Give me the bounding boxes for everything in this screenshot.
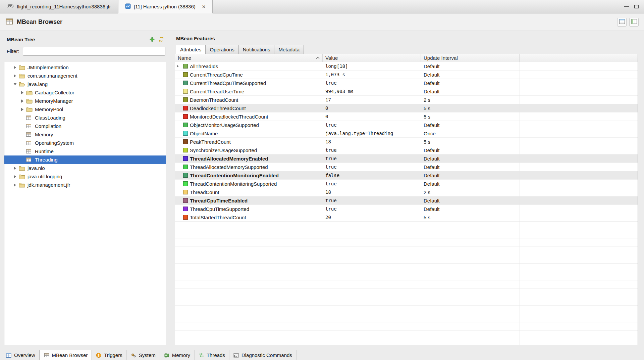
attribute-row-synchronizerusagesupported[interactable]: SynchronizerUsageSupportedtrueDefault (175, 146, 638, 154)
maximize-icon[interactable] (634, 5, 639, 8)
attribute-row-threadcontentionmonitoringsupported[interactable]: ThreadContentionMonitoringSupportedtrueD… (175, 180, 638, 188)
tree-item-java-nio[interactable]: java.nio (4, 164, 166, 172)
tree-item-operatingsystem[interactable]: OperatingSystem (4, 139, 166, 147)
attribute-update-interval: Default (421, 87, 520, 95)
attribute-name-cell: DeadlockedThreadCount (175, 104, 323, 112)
attribute-row-currentthreadusertime[interactable]: CurrentThreadUserTime994,903 msDefault (175, 87, 638, 96)
table-layout-icon (619, 19, 625, 25)
attribute-name-cell: ThreadCount (175, 188, 323, 196)
attribute-row-objectname[interactable]: ObjectNamejava.lang:type=ThreadingOnce (175, 129, 638, 138)
attribute-row-monitoreddeadlockedthreadcount[interactable]: MonitoredDeadlockedThreadCount05 s (175, 113, 638, 121)
chevron-collapsed-icon[interactable] (12, 166, 17, 171)
attribute-row-threadcputimeenabled[interactable]: ThreadCpuTimeEnabledtrueDefault (175, 196, 638, 205)
arrow-spacer (177, 215, 181, 220)
bottom-tab-label: Memory (172, 352, 190, 358)
close-tab-icon[interactable]: ✕ (202, 4, 206, 9)
column-header-update-interval[interactable]: Update Interval (421, 54, 520, 62)
attribute-name: ObjectMonitorUsageSupported (190, 122, 259, 128)
tab-operations[interactable]: Operations (205, 45, 238, 54)
attribute-update-interval: Default (421, 121, 520, 129)
chevron-expanded-icon[interactable] (12, 82, 17, 87)
system-icon (131, 353, 136, 358)
bottom-tab-triggers[interactable]: Triggers (92, 350, 126, 360)
bottom-tab-overview[interactable]: Overview (2, 350, 40, 360)
attribute-name-cell: ThreadContentionMonitoringEnabled (175, 171, 323, 179)
tree-item-memory[interactable]: Memory (4, 130, 166, 139)
arrow-spacer (177, 106, 181, 110)
attribute-row-currentthreadcputime[interactable]: CurrentThreadCpuTime1,073 sDefault (175, 71, 638, 79)
chevron-collapsed-icon[interactable] (20, 90, 25, 95)
bottom-tab-threads[interactable]: Threads (195, 350, 229, 360)
column-header-value[interactable]: Value (323, 54, 421, 62)
tree-item-com-sun-management[interactable]: com.sun.management (4, 72, 166, 80)
attribute-value: 18 (323, 138, 421, 146)
attribute-name: ThreadAllocatedMemoryEnabled (190, 156, 268, 162)
bottom-tab-system[interactable]: System (127, 350, 160, 360)
expand-arrow-icon[interactable] (177, 64, 181, 69)
tab-metadata[interactable]: Metadata (274, 45, 304, 54)
tree-item-label: Compilation (35, 123, 61, 129)
attribute-value: true (323, 180, 421, 188)
tree-item-compilation[interactable]: Compilation (4, 122, 166, 130)
attribute-value: true (323, 79, 421, 87)
refresh-icon[interactable] (159, 37, 164, 42)
tree-item-label: OperatingSystem (35, 140, 74, 146)
chevron-collapsed-icon[interactable] (12, 174, 17, 179)
attribute-row-threadallocatedmemorysupported[interactable]: ThreadAllocatedMemorySupportedtrueDefaul… (175, 163, 638, 171)
chevron-collapsed-icon[interactable] (12, 73, 17, 78)
tree-item-memorypool[interactable]: MemoryPool (4, 105, 166, 114)
attribute-row-deadlockedthreadcount[interactable]: DeadlockedThreadCount05 s (175, 104, 638, 113)
editor-tab-11-harness-jython-38836[interactable]: [11] Harness jython (38836)✕ (118, 0, 213, 13)
tree-item-label: java.util.logging (28, 174, 62, 179)
folder-icon (26, 90, 33, 95)
attribute-row-threadcount[interactable]: ThreadCount182 s (175, 188, 638, 196)
attribute-update-interval: 5 s (421, 113, 520, 121)
editor-tab-flight-recording-11harnessjyth[interactable]: flight_recording_11Harnessjython38836.jf… (0, 0, 118, 13)
attribute-row-threadallocatedmemoryenabled[interactable]: ThreadAllocatedMemoryEnabledtrueDefault (175, 154, 638, 163)
column-header-name[interactable]: Name (175, 54, 323, 62)
tree-item-memorymanager[interactable]: MemoryManager (4, 97, 166, 105)
chevron-collapsed-icon[interactable] (20, 98, 25, 103)
attribute-row-allthreadids[interactable]: AllThreadIdslong[18]Default (175, 62, 638, 71)
attribute-value: 17 (323, 96, 421, 104)
layout-table-button[interactable] (617, 18, 627, 27)
tree-item-java-lang[interactable]: java.lang (4, 80, 166, 88)
tab-attributes[interactable]: Attributes (176, 45, 206, 54)
chevron-collapsed-icon[interactable] (12, 182, 17, 187)
jvm-connection-icon (125, 3, 131, 10)
bottom-tab-mbean-browser[interactable]: MBean Browser (40, 350, 92, 360)
chevron-collapsed-icon[interactable] (20, 107, 25, 112)
minimize-icon[interactable] (624, 6, 629, 7)
tree-item-garbagecollector[interactable]: GarbageCollector (4, 88, 166, 97)
tree-item-java-util-logging[interactable]: java.util.logging (4, 172, 166, 181)
threads-icon (199, 353, 204, 358)
attribute-row-threadcontentionmonitoringenabled[interactable]: ThreadContentionMonitoringEnabledfalseDe… (175, 171, 638, 180)
attribute-row-objectmonitorusagesupported[interactable]: ObjectMonitorUsageSupportedtrueDefault (175, 121, 638, 129)
tree-item-classloading[interactable]: ClassLoading (4, 114, 166, 122)
tree-item-jmimplementation[interactable]: JMImplementation (4, 63, 166, 72)
tree-item-threading[interactable]: Threading (4, 155, 166, 164)
attribute-value: true (323, 121, 421, 129)
attribute-name: ThreadCpuTimeSupported (190, 206, 249, 212)
bottom-tab-diagnostic-commands[interactable]: Diagnostic Commands (229, 350, 297, 360)
filter-input[interactable] (23, 47, 166, 56)
attribute-row-peakthreadcount[interactable]: PeakThreadCount185 s (175, 138, 638, 146)
attribute-name-cell: SynchronizerUsageSupported (175, 146, 323, 154)
add-mbean-icon[interactable] (150, 37, 155, 42)
attribute-name: ThreadContentionMonitoringEnabled (190, 173, 279, 178)
attribute-row-totalstartedthreadcount[interactable]: TotalStartedThreadCount205 s (175, 213, 638, 222)
tree-item-runtime[interactable]: Runtime (4, 147, 166, 155)
bottom-tab-memory[interactable]: Memory (160, 350, 195, 360)
attribute-value: 18 (323, 188, 421, 196)
attribute-type-icon (183, 131, 188, 136)
folder-icon (18, 64, 25, 70)
chevron-collapsed-icon[interactable] (12, 65, 17, 70)
attribute-row-threadcputimesupported[interactable]: ThreadCpuTimeSupportedtrueDefault (175, 205, 638, 213)
attribute-row-daemonthreadcount[interactable]: DaemonThreadCount172 s (175, 96, 638, 104)
tab-notifications[interactable]: Notifications (238, 45, 275, 54)
tree-item-jdk-management-jfr[interactable]: jdk.management.jfr (4, 181, 166, 189)
layout-columns-button[interactable] (629, 18, 639, 27)
arrow-spacer (177, 207, 181, 211)
filter-label: Filter: (7, 48, 19, 54)
attribute-row-currentthreadcputimesupported[interactable]: CurrentThreadCpuTimeSupportedtrueDefault (175, 79, 638, 87)
